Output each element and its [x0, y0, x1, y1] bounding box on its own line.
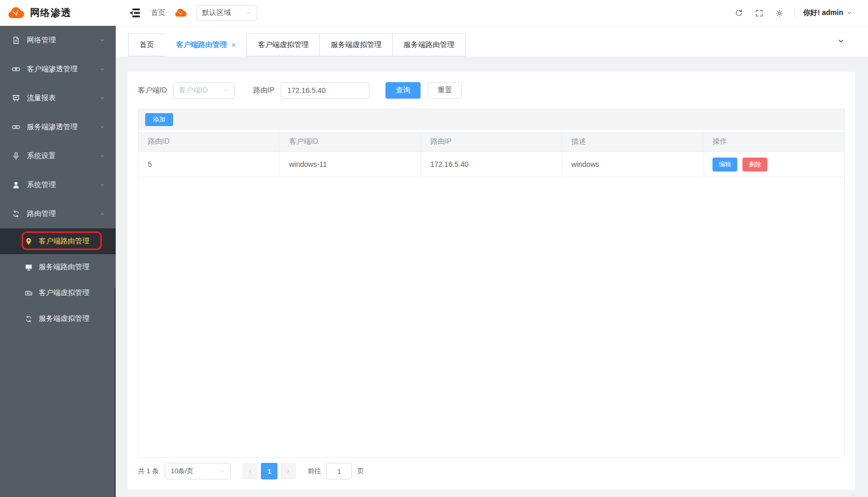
page-unit-label: 页 [357, 467, 364, 476]
chevron-down-icon [99, 37, 105, 43]
search-button[interactable]: 查询 [385, 82, 421, 99]
sidebar-scrollbar[interactable] [114, 288, 116, 497]
route-ip-input[interactable] [281, 82, 369, 99]
loop-icon [11, 209, 21, 219]
greeting-text: 你好! admin [803, 8, 843, 18]
edit-button[interactable]: 编辑 [712, 158, 737, 172]
tab-1[interactable]: 客户端路由管理× [165, 34, 247, 56]
add-button[interactable]: 添加 [145, 113, 173, 126]
chevron-down-icon [99, 66, 105, 72]
sidebar-menu: 网络管理客户端渗透管理流量报表服务端渗透管理系统设置系统管理路由管理客户端路由管… [0, 26, 116, 497]
table-empty-area [138, 177, 844, 457]
sidebar-item-3[interactable]: 服务端渗透管理 [0, 113, 116, 142]
client-id-label: 客户端ID [138, 86, 167, 95]
chevron-down-icon [99, 182, 105, 188]
topbar: 首页 默认区域 你好! admin [116, 0, 868, 26]
sidebar-item-6[interactable]: 路由管理 [0, 199, 116, 228]
tab-label: 服务端虚拟管理 [331, 40, 381, 50]
chain-icon [11, 122, 21, 132]
document-icon [11, 36, 21, 45]
cell-description: windows [562, 152, 703, 177]
pagination-total: 共 1 条 [138, 467, 159, 476]
app-logo: 网络渗透 [0, 0, 116, 26]
table-column-header: 描述 [562, 132, 703, 152]
tab-4[interactable]: 服务端路由管理 [392, 34, 466, 56]
table-column-header: 路由IP [421, 132, 562, 152]
table-column-header: 操作 [703, 132, 844, 152]
user-menu[interactable]: 你好! admin [803, 8, 853, 18]
table-container: 添加 路由ID客户端ID路由IP描述操作 5 windows-11 172.16… [138, 108, 845, 458]
table-row: 5 windows-11 172.16.5.40 windows 编辑删除 [138, 152, 844, 177]
sidebar-item-5[interactable]: 系统管理 [0, 170, 116, 199]
user-icon [11, 180, 21, 190]
tabs-dropdown-button[interactable] [837, 37, 845, 45]
chevron-down-icon [99, 124, 105, 130]
app-root: 网络渗透 网络管理客户端渗透管理流量报表服务端渗透管理系统设置系统管理路由管理客… [0, 0, 868, 497]
theme-toggle-button[interactable] [775, 9, 784, 18]
tab-bar: 首页客户端路由管理×客户端虚拟管理服务端虚拟管理服务端路由管理 [116, 26, 868, 56]
chevron-left-icon [247, 468, 253, 474]
tab-label: 服务端路由管理 [404, 40, 454, 50]
sidebar-item-label: 系统管理 [27, 180, 56, 190]
chevron-down-icon [223, 87, 229, 94]
fullscreen-button[interactable] [755, 9, 764, 18]
client-id-select[interactable]: 客户端ID [173, 82, 235, 99]
hamburger-collapse-icon [128, 6, 142, 20]
monitor-icon [24, 263, 33, 272]
tab-0[interactable]: 首页 [128, 34, 165, 56]
sidebar-item-label: 网络管理 [27, 36, 56, 45]
reset-button[interactable]: 重置 [428, 82, 462, 99]
presentation-chart-icon [11, 94, 21, 103]
cell-client-id: windows-11 [280, 152, 421, 177]
chevron-down-icon [99, 95, 105, 101]
tab-3[interactable]: 服务端虚拟管理 [319, 34, 393, 56]
close-icon[interactable]: × [231, 41, 236, 49]
route-ip-label: 路由IP [253, 86, 274, 95]
chevron-down-icon [846, 10, 853, 16]
refresh-button[interactable] [734, 8, 743, 18]
cloud-icon [6, 4, 25, 22]
cell-route-ip: 172.16.5.40 [421, 152, 562, 177]
table-toolbar: 添加 [138, 109, 844, 132]
tab-label: 客户端虚拟管理 [258, 40, 308, 50]
delete-button[interactable]: 删除 [742, 158, 767, 172]
sidebar-item-2[interactable]: 流量报表 [0, 84, 116, 113]
sidebar-subitem-2[interactable]: 客户端虚拟管理 [0, 280, 116, 306]
sidebar-submenu: 客户端路由管理服务端路由管理客户端虚拟管理服务端虚拟管理 [0, 228, 116, 332]
sidebar-item-4[interactable]: 系统设置 [0, 142, 116, 170]
tabs: 首页客户端路由管理×客户端虚拟管理服务端虚拟管理服务端路由管理 [128, 34, 466, 56]
app-title: 网络渗透 [30, 6, 71, 20]
next-page-button[interactable] [281, 463, 296, 479]
collapse-sidebar-button[interactable] [128, 6, 142, 20]
filter-bar: 客户端ID 客户端ID 路由IP 查询 重置 [138, 82, 845, 99]
table-column-header: 客户端ID [280, 132, 421, 152]
loop-icon [24, 315, 33, 323]
routes-table: 路由ID客户端ID路由IP描述操作 5 windows-11 172.16.5.… [138, 132, 844, 177]
fullscreen-icon [755, 9, 764, 18]
sidebar-subitem-1[interactable]: 服务端路由管理 [0, 254, 116, 280]
sidebar-item-label: 路由管理 [27, 209, 56, 219]
sidebar-item-label: 服务端渗透管理 [27, 122, 78, 132]
page-size-select[interactable]: 10条/页 [165, 463, 231, 479]
chevron-down-icon [837, 37, 845, 45]
sidebar-item-label: 系统设置 [27, 151, 56, 161]
sidebar-item-0[interactable]: 网络管理 [0, 26, 116, 55]
sidebar-subitem-label: 客户端路由管理 [39, 237, 89, 246]
page-size-value: 10条/页 [171, 467, 193, 476]
table-body: 5 windows-11 172.16.5.40 windows 编辑删除 [138, 152, 844, 177]
cloud-icon [174, 6, 187, 20]
region-select[interactable]: 默认区域 [196, 5, 257, 21]
table-column-header: 路由ID [138, 132, 280, 152]
chevron-down-icon [245, 10, 252, 16]
prev-page-button[interactable] [242, 463, 258, 479]
location-pin-icon [24, 237, 33, 246]
sidebar-subitem-0[interactable]: 客户端路由管理 [0, 228, 116, 254]
tab-2[interactable]: 客户端虚拟管理 [246, 34, 320, 56]
page-number-button[interactable]: 1 [261, 463, 277, 479]
sun-icon [775, 9, 784, 18]
sidebar-subitem-3[interactable]: 服务端虚拟管理 [0, 306, 116, 332]
goto-page-input[interactable] [326, 463, 352, 479]
breadcrumb[interactable]: 首页 [151, 8, 165, 18]
sidebar-item-1[interactable]: 客户端渗透管理 [0, 55, 116, 84]
sidebar-subitem-label: 服务端路由管理 [39, 262, 89, 272]
